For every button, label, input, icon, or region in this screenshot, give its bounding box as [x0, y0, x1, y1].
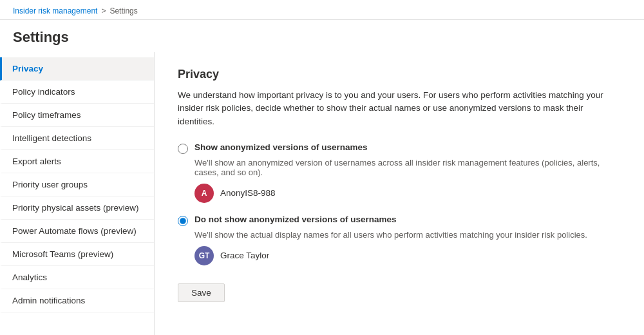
breadcrumb-parent[interactable]: Insider risk management — [13, 6, 97, 15]
content-area: Privacy We understand how important priv… — [155, 52, 644, 335]
content-title: Privacy — [178, 68, 621, 81]
sidebar-item-priority-user-groups[interactable]: Priority user groups — [0, 173, 154, 196]
content-description: We understand how important privacy is t… — [178, 89, 621, 128]
option-row-do-not-show-anonymized: Do not show anonymized versions of usern… — [178, 215, 621, 226]
sidebar-item-policy-indicators[interactable]: Policy indicators — [0, 81, 154, 104]
avatar-grace: GT — [194, 246, 214, 265]
save-button[interactable]: Save — [178, 283, 225, 302]
sidebar-item-power-automate-flows[interactable]: Power Automate flows (preview) — [0, 220, 154, 243]
sidebar-item-policy-timeframes[interactable]: Policy timeframes — [0, 104, 154, 127]
option-desc-show-anonymized: We'll show an anonymized version of user… — [194, 158, 621, 177]
user-name-anon: AnonyIS8-988 — [220, 188, 276, 198]
option-row-show-anonymized: Show anonymized versions of usernames — [178, 142, 621, 154]
option-desc-do-not-show-anonymized: We'll show the actual display names for … — [194, 230, 621, 240]
page-title: Settings — [0, 20, 644, 52]
sidebar-item-analytics[interactable]: Analytics — [0, 266, 154, 289]
option-label-do-not-show-anonymized: Do not show anonymized versions of usern… — [194, 215, 397, 224]
breadcrumb-separator: > — [101, 6, 106, 15]
sidebar-item-admin-notifications[interactable]: Admin notifications — [0, 289, 154, 312]
avatar-anon: A — [194, 184, 214, 203]
breadcrumb-current: Settings — [109, 6, 137, 15]
user-name-grace: Grace Taylor — [220, 251, 269, 260]
option-group-anonymized: Show anonymized versions of usernames We… — [178, 142, 621, 203]
sidebar-item-priority-physical-assets[interactable]: Priority physical assets (preview) — [0, 196, 154, 220]
radio-show-anonymized[interactable] — [178, 144, 188, 154]
user-pill-grace: GT Grace Taylor — [194, 246, 621, 265]
sidebar-item-intelligent-detections[interactable]: Intelligent detections — [0, 127, 154, 150]
sidebar-item-export-alerts[interactable]: Export alerts — [0, 150, 154, 173]
sidebar-item-microsoft-teams[interactable]: Microsoft Teams (preview) — [0, 243, 154, 266]
sidebar: PrivacyPolicy indicatorsPolicy timeframe… — [0, 52, 155, 335]
option-label-show-anonymized: Show anonymized versions of usernames — [194, 142, 368, 152]
sidebar-item-privacy[interactable]: Privacy — [0, 57, 154, 81]
user-pill-anon: A AnonyIS8-988 — [194, 184, 621, 203]
radio-do-not-show-anonymized[interactable] — [178, 216, 188, 226]
option-group-not-anonymized: Do not show anonymized versions of usern… — [178, 215, 621, 265]
breadcrumb: Insider risk management > Settings — [13, 6, 631, 15]
